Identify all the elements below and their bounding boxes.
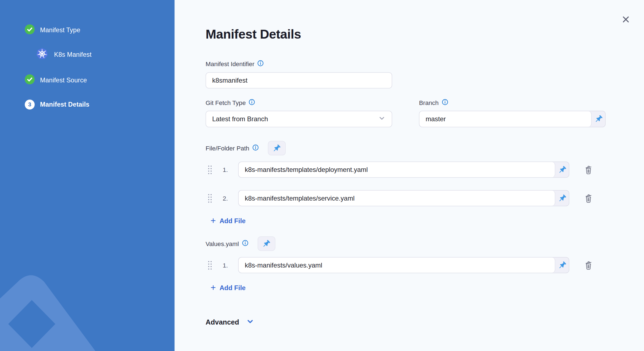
step-label: K8s Manifest (54, 51, 92, 58)
info-icon[interactable] (252, 144, 259, 152)
pin-all-button[interactable] (268, 141, 286, 156)
manifest-identifier-input[interactable] (206, 72, 392, 89)
pin-icon (261, 239, 271, 249)
delete-row-icon[interactable] (583, 193, 594, 204)
branch-field: Branch (419, 99, 606, 128)
close-icon[interactable] (620, 14, 632, 25)
branch-input-group (419, 111, 606, 127)
git-fetch-type-select[interactable]: Latest from Branch (206, 111, 392, 127)
drag-handle-icon[interactable] (208, 260, 212, 271)
file-path-input-group (238, 190, 569, 206)
chevron-down-icon (246, 317, 254, 327)
row-index: 1. (212, 262, 228, 269)
file-folder-path-label: File/Folder Path (206, 144, 259, 152)
sidebar-item-manifest-source[interactable]: Manifest Source (0, 72, 175, 88)
file-folder-path-header: File/Folder Path (206, 141, 644, 156)
file-path-row: 1. (206, 162, 644, 178)
drag-handle-icon[interactable] (208, 193, 212, 204)
step-label: Manifest Details (40, 101, 89, 108)
branch-label: Branch (419, 99, 606, 107)
row-index: 2. (212, 195, 228, 202)
file-path-input-group (238, 162, 569, 178)
git-fetch-type-field: Git Fetch Type Latest from Branch (206, 99, 392, 128)
pin-icon (272, 143, 282, 153)
git-fetch-type-label: Git Fetch Type (206, 99, 392, 107)
step-label: Manifest Type (40, 26, 80, 34)
advanced-label: Advanced (206, 318, 239, 326)
step-complete-check-icon (25, 24, 35, 36)
row-index: 1. (212, 166, 228, 173)
wizard-steps-sidebar: Manifest Type (0, 0, 175, 351)
chevron-down-icon (377, 114, 386, 125)
pin-all-button[interactable] (257, 236, 275, 251)
info-icon[interactable] (441, 99, 448, 107)
manifest-identifier-label: Manifest Identifier (206, 60, 644, 68)
add-file-button[interactable]: + Add File (211, 217, 245, 225)
add-file-button[interactable]: + Add File (211, 284, 245, 292)
step-number-badge: 3 (25, 99, 35, 109)
advanced-toggle[interactable]: Advanced (206, 317, 644, 327)
plus-icon: + (211, 284, 216, 291)
info-icon[interactable] (242, 240, 248, 248)
step-label: Manifest Source (40, 76, 87, 84)
delete-row-icon[interactable] (583, 260, 594, 271)
harness-logo-watermark (0, 262, 124, 351)
page-title: Manifest Details (206, 27, 644, 42)
kubernetes-icon (36, 47, 48, 61)
pin-icon[interactable] (592, 111, 605, 127)
pin-icon[interactable] (555, 162, 569, 177)
manifest-details-panel: Manifest Details Manifest Identifier (175, 0, 644, 351)
delete-row-icon[interactable] (583, 164, 594, 175)
info-icon[interactable] (249, 99, 255, 107)
pin-icon[interactable] (555, 191, 569, 206)
file-path-row: 2. (206, 190, 644, 206)
plus-icon: + (211, 217, 216, 225)
step-complete-check-icon (25, 74, 35, 86)
values-path-input[interactable] (239, 258, 555, 273)
values-path-row: 1. (206, 257, 644, 273)
sidebar-item-manifest-type[interactable]: Manifest Type (0, 22, 175, 38)
drag-handle-icon[interactable] (208, 164, 212, 175)
manifest-wizard-dialog: Manifest Type (0, 0, 644, 351)
sidebar-item-manifest-details[interactable]: 3 Manifest Details (0, 97, 175, 112)
values-path-input-group (238, 257, 569, 273)
pin-icon[interactable] (555, 258, 569, 273)
values-yaml-label: Values.yaml (206, 240, 248, 248)
info-icon[interactable] (257, 60, 264, 68)
branch-input[interactable] (419, 111, 591, 127)
file-path-input[interactable] (239, 162, 555, 177)
file-path-input[interactable] (239, 191, 555, 206)
sidebar-item-k8s-manifest[interactable]: K8s Manifest (0, 47, 175, 62)
values-yaml-header: Values.yaml (206, 236, 644, 251)
